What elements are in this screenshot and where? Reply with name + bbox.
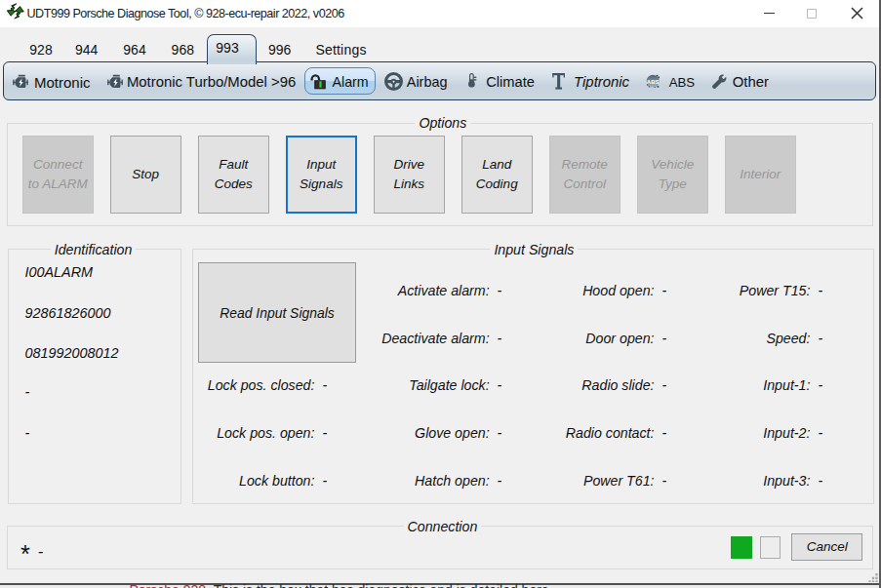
svg-text:ABS: ABS — [646, 78, 659, 84]
